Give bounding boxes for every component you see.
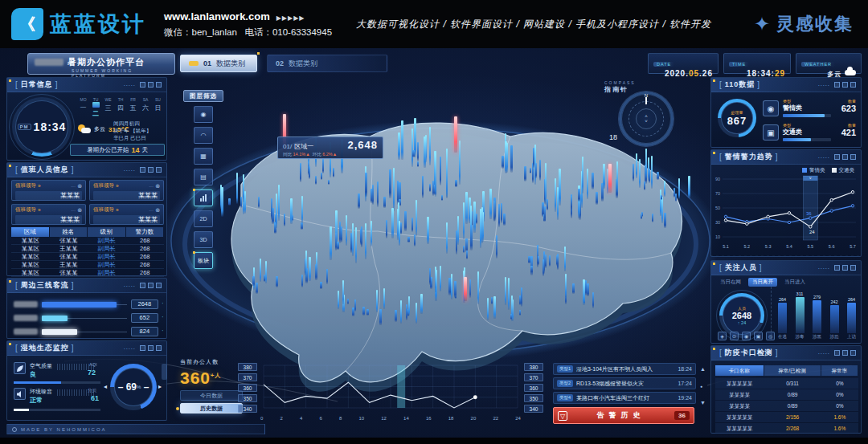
panel-minimize-icon[interactable] bbox=[140, 345, 145, 351]
panel-window-icon[interactable] bbox=[148, 82, 154, 88]
flow-bar bbox=[42, 329, 77, 335]
x-tick: 12 bbox=[381, 416, 387, 421]
alert-row[interactable]: 类型4某路口有小汽车连闯三个红灯19:24 bbox=[553, 392, 696, 404]
panel-window-icon[interactable] bbox=[842, 154, 848, 160]
radar-icon[interactable]: ◠ bbox=[194, 127, 213, 144]
panel-minimize-icon[interactable] bbox=[834, 154, 840, 160]
gauge-left-arrow[interactable]: ◂ bbox=[104, 383, 107, 390]
svg-text:5.3: 5.3 bbox=[765, 244, 772, 249]
column-header[interactable]: 异常率 bbox=[821, 365, 858, 376]
chevron-icon: » bbox=[116, 183, 119, 189]
panel-minimize-icon[interactable] bbox=[834, 265, 840, 271]
inspiration-collection[interactable]: ✦ 灵感收集 bbox=[754, 12, 854, 36]
panel-expand-icon[interactable] bbox=[850, 82, 856, 88]
duty-card[interactable]: 值班领导»···⊗某某某 bbox=[11, 180, 86, 201]
flow-row: 2648' bbox=[14, 299, 163, 309]
x-tick: 4 bbox=[300, 416, 302, 421]
tab-data-category-02[interactable]: 02数据类别 bbox=[267, 55, 387, 72]
y-tick: 350 bbox=[524, 394, 543, 402]
column-header[interactable]: 警力数 bbox=[126, 227, 164, 237]
panel-minimize-icon[interactable] bbox=[140, 283, 145, 288]
focus-tab[interactable]: 当日进入 bbox=[780, 278, 809, 287]
air-metric-value: 72 bbox=[88, 369, 96, 377]
panel-window-icon[interactable] bbox=[842, 82, 848, 88]
alert-text: RD13-53烟感报警疑似火灾 bbox=[576, 380, 674, 388]
bar-category: 涉恐 bbox=[829, 334, 841, 340]
panel-minimize-icon[interactable] bbox=[140, 82, 145, 88]
column-header[interactable]: 异常/已检测 bbox=[764, 365, 821, 376]
panel-expand-icon[interactable] bbox=[850, 350, 856, 356]
camera-icon[interactable]: ◉ bbox=[194, 106, 213, 123]
close-icon[interactable]: ⊗ bbox=[77, 183, 82, 189]
bar bbox=[847, 303, 856, 333]
layer-filter-toolbar: 图层筛选 ◉◠▦▤2D3D板块 bbox=[183, 90, 223, 269]
grid-icon[interactable]: ▦ bbox=[194, 148, 213, 165]
column-header[interactable]: 级别 bbox=[88, 227, 125, 237]
history-data-button[interactable]: 历史数据 bbox=[180, 403, 243, 413]
alarm-history-bar[interactable]: ▽ 告警历史 36 bbox=[553, 407, 694, 424]
bar-category: 上访 bbox=[845, 334, 858, 340]
flow-value: 2648 bbox=[131, 299, 158, 309]
panel-expand-icon[interactable] bbox=[156, 167, 162, 173]
platform-title-plate: 暑期办公协作平台 SUMMER WORKING PLATFORM bbox=[27, 53, 175, 75]
panel-window-icon[interactable] bbox=[148, 167, 154, 173]
duty-role: 值班领导 bbox=[15, 182, 36, 189]
alert-row[interactable]: 类型1湿地3-104片区有不明人员闯入18:24 bbox=[553, 363, 696, 375]
panel-minimize-icon[interactable] bbox=[834, 82, 840, 88]
alert-scroll-up[interactable]: ▲ bbox=[700, 366, 706, 372]
legend-item: 警情类 bbox=[802, 167, 825, 174]
panel-expand-icon[interactable] bbox=[156, 283, 162, 288]
panel-expand-icon[interactable] bbox=[156, 82, 162, 88]
focus-tab[interactable]: 当日在网 bbox=[716, 278, 745, 287]
close-icon[interactable]: ⊗ bbox=[155, 207, 160, 214]
duty-card[interactable]: 值班领导»···⊗某某某 bbox=[11, 204, 86, 225]
cell-name: 张某某 bbox=[50, 269, 88, 276]
cell-ratio: 2/268 bbox=[764, 423, 821, 434]
panel-window-icon[interactable] bbox=[842, 350, 848, 356]
focus-tab[interactable]: 当日离开 bbox=[748, 278, 777, 287]
building-icon[interactable]: ▤ bbox=[194, 169, 213, 185]
panel-window-icon[interactable] bbox=[148, 345, 154, 351]
close-icon[interactable]: ⊗ bbox=[77, 207, 82, 214]
alert-row[interactable]: 类型2RD13-53烟感报警疑似火灾17:24 bbox=[553, 377, 696, 389]
panel-expand-icon[interactable] bbox=[156, 345, 162, 351]
compass-adjust[interactable]: ˄˅ bbox=[645, 114, 648, 124]
column-header[interactable]: 卡口名称 bbox=[715, 365, 764, 376]
panel-title: 110数据 bbox=[725, 79, 755, 90]
alert-scroll-dot[interactable]: ● bbox=[700, 384, 702, 389]
noise-label: 环境噪音 bbox=[30, 388, 52, 396]
legend-swatch bbox=[802, 168, 807, 173]
alert-scroll-down[interactable]: ▼ bbox=[700, 400, 706, 405]
block-mode[interactable]: 板块 bbox=[194, 252, 213, 269]
close-icon[interactable]: ⊗ bbox=[155, 183, 160, 189]
noise-metric-label: 分贝 bbox=[88, 388, 96, 393]
tooltip-rank: 01/ bbox=[283, 143, 292, 150]
compass-dial[interactable]: N ˄˅ bbox=[619, 92, 674, 146]
bar-chart-icon[interactable] bbox=[194, 189, 213, 206]
column-header[interactable]: 姓名 bbox=[50, 227, 88, 237]
panel-title: 防疫卡口检测 bbox=[725, 348, 773, 358]
panel-window-icon[interactable] bbox=[148, 283, 154, 288]
panel-minimize-icon[interactable] bbox=[140, 167, 145, 173]
brand-url[interactable]: www.lanlanwork.com bbox=[164, 10, 270, 22]
duty-card[interactable]: 值班领导»···⊗某某某 bbox=[89, 204, 164, 225]
panel-window-icon[interactable] bbox=[842, 265, 848, 271]
2d-mode[interactable]: 2D bbox=[194, 210, 213, 227]
tab-data-category-01[interactable]: 01数据类别 bbox=[180, 55, 257, 72]
alert-camera-icon: ◉ bbox=[763, 100, 779, 116]
panel-expand-icon[interactable] bbox=[850, 265, 856, 271]
alert-list: 类型1湿地3-104片区有不明人员闯入18:24类型2RD13-53烟感报警疑似… bbox=[553, 363, 696, 406]
eco-scrollbar[interactable] bbox=[162, 364, 167, 380]
panel-minimize-icon[interactable] bbox=[834, 350, 840, 356]
panel-duty-staff: [值班人员信息] ····· 值班领导»···⊗某某某值班领导»···⊗某某某值… bbox=[6, 162, 167, 276]
active-day-icon bbox=[92, 102, 100, 108]
gauge-right-arrow[interactable]: ▸ bbox=[158, 383, 162, 390]
column-header[interactable]: 区域 bbox=[11, 227, 49, 237]
3d-mode[interactable]: 3D bbox=[194, 231, 213, 248]
y-tick: 360 bbox=[524, 384, 543, 392]
panel-expand-icon[interactable] bbox=[850, 154, 856, 160]
map-landmass[interactable] bbox=[231, 123, 682, 382]
duty-card[interactable]: 值班领导»···⊗某某某 bbox=[89, 180, 164, 201]
eye-icon[interactable]: ◎ bbox=[766, 332, 775, 340]
today-data-button[interactable]: 今日数据 bbox=[180, 390, 243, 401]
